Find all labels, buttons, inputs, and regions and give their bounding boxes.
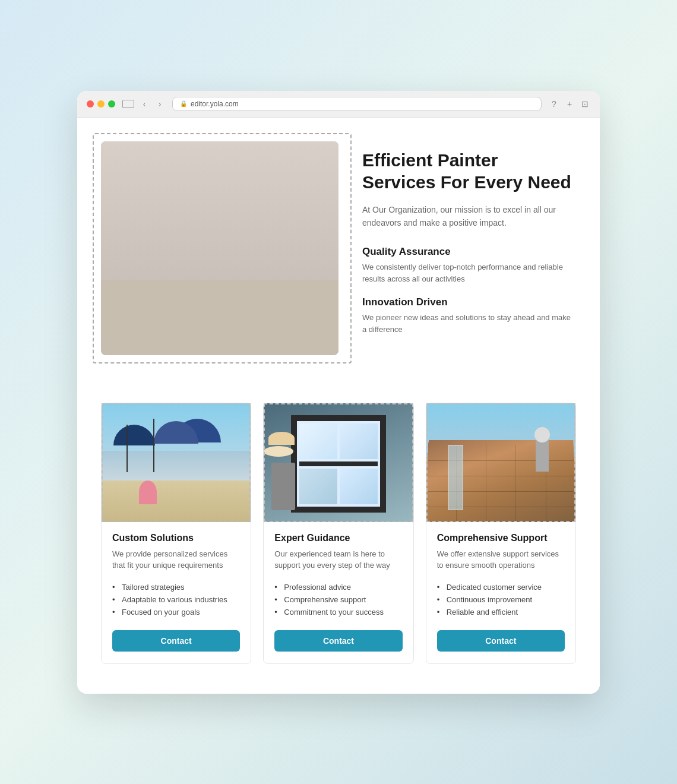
hero-image-container	[101, 141, 338, 355]
card-1-description: We provide personalized services that fi…	[112, 548, 240, 571]
feature-quality-title: Quality Assurance	[362, 246, 576, 258]
feature-innovation-desc: We pioneer new ideas and solutions to st…	[362, 312, 576, 335]
forward-button[interactable]: ›	[154, 99, 165, 109]
hero-section: Efficient Painter Services For Every Nee…	[77, 118, 600, 391]
tab-switcher-icon[interactable]	[122, 100, 134, 108]
url-text: editor.yola.com	[191, 100, 239, 108]
address-bar[interactable]: 🔒 editor.yola.com	[172, 97, 542, 111]
card-custom-solutions: Custom Solutions We provide personalized…	[101, 403, 251, 664]
card-2-list: Professional advice Comprehensive suppor…	[274, 581, 402, 618]
help-icon[interactable]: ?	[549, 99, 559, 109]
list-item: Professional advice	[274, 581, 402, 593]
minimize-button[interactable]	[97, 100, 105, 108]
card-1-list: Tailored strategies Adaptable to various…	[112, 581, 240, 618]
list-item: Comprehensive support	[274, 593, 402, 606]
painting-scene-bg	[101, 141, 338, 355]
list-item: Commitment to your success	[274, 606, 402, 618]
list-item: Adaptable to various industries	[112, 593, 240, 606]
card-3-title: Comprehensive Support	[437, 533, 565, 543]
browser-controls: ‹ ›	[122, 99, 165, 109]
card-1-title: Custom Solutions	[112, 533, 240, 543]
card-1-body: Custom Solutions We provide personalized…	[102, 522, 251, 663]
card-3-list: Dedicated customer service Continuous im…	[437, 581, 565, 618]
browser-window: ‹ › 🔒 editor.yola.com ? + ⊡	[77, 91, 600, 694]
card-comprehensive-support: Comprehensive Support We offer extensive…	[426, 403, 576, 664]
close-button[interactable]	[87, 100, 94, 108]
browser-content: Efficient Painter Services For Every Nee…	[77, 118, 600, 694]
card-2-image	[264, 403, 413, 522]
hero-title: Efficient Painter Services For Every Nee…	[362, 149, 576, 194]
feature-innovation-title: Innovation Driven	[362, 296, 576, 308]
card-3-description: We offer extensive support services to e…	[437, 548, 565, 571]
card-3-contact-button[interactable]: Contact	[437, 630, 565, 652]
feature-quality: Quality Assurance We consistently delive…	[362, 246, 576, 284]
browser-actions: ? + ⊡	[549, 99, 590, 109]
browser-toolbar: ‹ › 🔒 editor.yola.com ? + ⊡	[77, 91, 600, 118]
traffic-lights	[87, 100, 115, 108]
hero-text: Efficient Painter Services For Every Nee…	[362, 149, 576, 347]
hero-description: At Our Organization, our mission is to e…	[362, 203, 576, 230]
list-item: Tailored strategies	[112, 581, 240, 593]
feature-quality-desc: We consistently deliver top-notch perfor…	[362, 261, 576, 284]
card-1-image	[102, 403, 251, 522]
card-2-body: Expert Guidance Our experienced team is …	[264, 522, 413, 663]
card-expert-guidance: Expert Guidance Our experienced team is …	[263, 403, 413, 664]
card-2-description: Our experienced team is here to support …	[274, 548, 402, 571]
card-2-contact-button[interactable]: Contact	[274, 630, 402, 652]
back-button[interactable]: ‹	[139, 99, 150, 109]
list-item: Focused on your goals	[112, 606, 240, 618]
maximize-button[interactable]	[108, 100, 115, 108]
add-tab-icon[interactable]: +	[564, 99, 575, 109]
feature-innovation: Innovation Driven We pioneer new ideas a…	[362, 296, 576, 335]
cards-section: Custom Solutions We provide personalized…	[77, 391, 600, 694]
list-item: Continuous improvement	[437, 593, 565, 606]
list-item: Dedicated customer service	[437, 581, 565, 593]
cards-grid: Custom Solutions We provide personalized…	[101, 403, 576, 664]
card-3-image	[426, 403, 575, 522]
hero-image	[101, 141, 338, 355]
list-item: Reliable and efficient	[437, 606, 565, 618]
card-3-body: Comprehensive Support We offer extensive…	[426, 522, 575, 663]
more-icon[interactable]: ⊡	[580, 99, 590, 109]
card-1-contact-button[interactable]: Contact	[112, 630, 240, 652]
card-2-title: Expert Guidance	[274, 533, 402, 543]
lock-icon: 🔒	[180, 100, 187, 107]
